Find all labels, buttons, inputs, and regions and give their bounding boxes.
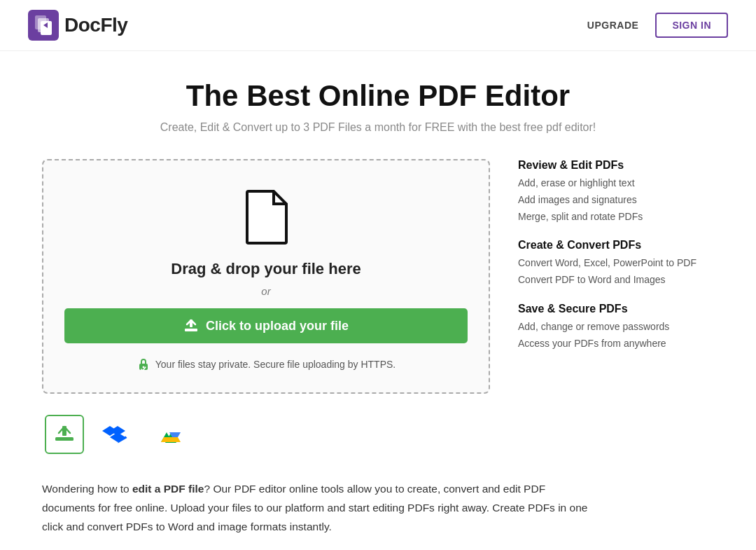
logo-icon [28, 10, 59, 41]
dropzone[interactable]: Drag & drop your file here or Click to u… [42, 159, 490, 394]
description-paragraph: Wondering how to edit a PDF file? Our PD… [42, 479, 588, 536]
features-list: Review & Edit PDFsAdd, erase or highligh… [518, 159, 714, 366]
svg-rect-3 [41, 21, 52, 35]
feature-section: Save & Secure PDFsAdd, change or remove … [518, 303, 714, 352]
page-title: The Best Online PDF Editor [42, 79, 714, 113]
upload-row: Drag & drop your file here or Click to u… [42, 159, 714, 394]
dropbox-logo-icon [102, 419, 133, 450]
logo[interactable]: DocFly [28, 10, 127, 41]
lock-icon [136, 357, 150, 371]
feature-section: Create & Convert PDFsConvert Word, Excel… [518, 239, 714, 289]
description-before: Wondering how to [42, 483, 132, 495]
feature-item: Access your PDFs from anywhere [518, 336, 714, 352]
upload-icon [183, 318, 199, 334]
page-subtitle: Create, Edit & Convert up to 3 PDF Files… [42, 121, 714, 134]
header-actions: UPGRADE SIGN IN [587, 13, 728, 38]
feature-item: Convert Word, Excel, PowerPoint to PDF [518, 255, 714, 272]
dropbox-icon[interactable] [98, 415, 137, 454]
drag-drop-text: Drag & drop your file here [171, 260, 360, 278]
svg-rect-4 [185, 329, 197, 331]
description-bold: edit a PDF file [132, 483, 204, 495]
feature-item: Add, erase or highlight text [518, 175, 714, 192]
logo-text: DocFly [64, 14, 127, 36]
feature-item: Add, change or remove passwords [518, 319, 714, 336]
secure-text: Your files stay private. Secure file upl… [136, 357, 396, 371]
local-upload-icon[interactable] [45, 415, 84, 454]
signin-button[interactable]: SIGN IN [655, 13, 728, 38]
feature-item: Merge, split and rotate PDFs [518, 209, 714, 226]
feature-heading: Create & Convert PDFs [518, 239, 714, 252]
upgrade-link[interactable]: UPGRADE [587, 20, 639, 31]
google-drive-logo-icon [155, 419, 186, 450]
computer-upload-icon [53, 423, 76, 446]
svg-rect-8 [55, 437, 74, 441]
source-icons-row [42, 415, 714, 454]
svg-point-7 [142, 366, 144, 369]
google-drive-icon[interactable] [151, 415, 190, 454]
feature-section: Review & Edit PDFsAdd, erase or highligh… [518, 159, 714, 225]
feature-item: Add images and signatures [518, 192, 714, 209]
feature-item: Convert PDF to Word and Images [518, 272, 714, 289]
or-text: or [261, 285, 270, 297]
file-icon [241, 188, 290, 247]
feature-heading: Save & Secure PDFs [518, 303, 714, 315]
upload-button[interactable]: Click to upload your file [64, 308, 468, 343]
feature-heading: Review & Edit PDFs [518, 159, 714, 172]
